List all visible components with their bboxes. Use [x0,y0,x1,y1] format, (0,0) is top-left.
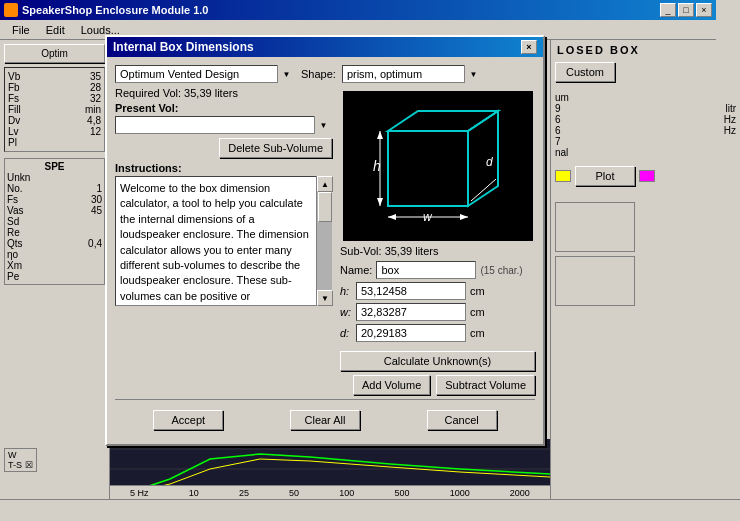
bottom-buttons: Accept Clear All Cancel [115,404,535,436]
svg-marker-3 [388,131,468,206]
divider [115,399,535,400]
cancel-button[interactable]: Cancel [427,410,497,430]
instructions-container: Welcome to the box dimension calculator,… [115,176,332,306]
scrollbar-thumb[interactable] [318,192,332,222]
modal-overlay: Internal Box Dimensions × Optimum Vented… [0,0,740,521]
box-diagram-svg: h w d [358,101,518,231]
delete-btn-row: Delete Sub-Volume [115,138,332,158]
svg-text:d: d [486,155,493,169]
h-label: h: [340,285,352,297]
sub-vol-label: Sub-Vol: 35,39 liters [340,245,535,257]
present-vol-select[interactable] [115,116,332,134]
calculate-row: Calculate Unknown(s) [115,351,535,371]
present-vol-label: Present Vol: [115,102,332,114]
design-select-wrapper[interactable]: Optimum Vented Design ▼ [115,65,295,83]
char-limit: (15 char.) [480,265,522,276]
subtract-volume-button[interactable]: Subtract Volume [436,375,535,395]
svg-marker-10 [377,131,383,139]
instructions-title: Instructions: [115,162,332,174]
d-label: d: [340,327,352,339]
d-unit: cm [470,327,485,339]
svg-marker-11 [377,198,383,206]
instructions-scrollbar[interactable]: ▲ ▼ [316,176,332,306]
left-controls: Required Vol: 35,39 liters Present Vol: … [115,87,332,345]
shape-label: Shape: [301,68,336,80]
present-vol-select-wrapper[interactable]: ▼ [115,116,332,134]
modal-title: Internal Box Dimensions [113,40,254,54]
design-select[interactable]: Optimum Vented Design [115,65,295,83]
right-controls: h w d [340,87,535,345]
d-input[interactable] [356,324,466,342]
name-label: Name: [340,264,372,276]
w-field-row: w: cm [340,303,535,321]
name-field-row: Name: (15 char.) [340,261,535,279]
modal-close-button[interactable]: × [521,40,537,54]
shape-select-wrapper[interactable]: prism, optimum ▼ [342,65,482,83]
w-unit: cm [470,306,485,318]
instructions-text: Welcome to the box dimension calculator,… [120,182,309,302]
top-row: Optimum Vented Design ▼ Shape: prism, op… [115,65,535,83]
scrollbar-track [317,192,332,290]
w-input[interactable] [356,303,466,321]
modal-dialog: Internal Box Dimensions × Optimum Vented… [105,35,545,446]
calculate-button[interactable]: Calculate Unknown(s) [340,351,535,371]
add-volume-button[interactable]: Add Volume [353,375,430,395]
h-unit: cm [470,285,485,297]
h-field-row: h: cm [340,282,535,300]
svg-marker-14 [460,214,468,220]
shape-select[interactable]: prism, optimum [342,65,482,83]
clear-all-button[interactable]: Clear All [290,410,360,430]
instructions-box: Welcome to the box dimension calculator,… [115,176,332,306]
h-input[interactable] [356,282,466,300]
required-vol: Required Vol: 35,39 liters [115,87,332,99]
accept-button[interactable]: Accept [153,410,223,430]
svg-marker-5 [468,111,498,206]
modal-titlebar: Internal Box Dimensions × [107,37,543,57]
main-body-row: Required Vol: 35,39 liters Present Vol: … [115,87,535,345]
modal-content: Optimum Vented Design ▼ Shape: prism, op… [107,57,543,444]
scrollbar-down-button[interactable]: ▼ [317,290,333,306]
svg-marker-13 [388,214,396,220]
delete-sub-volume-button[interactable]: Delete Sub-Volume [219,138,332,158]
volume-buttons-row: Add Volume Subtract Volume [115,375,535,395]
scrollbar-up-button[interactable]: ▲ [317,176,333,192]
name-input[interactable] [376,261,476,279]
d-field-row: d: cm [340,324,535,342]
w-label: w: [340,306,352,318]
box-image-area: h w d [343,91,533,241]
